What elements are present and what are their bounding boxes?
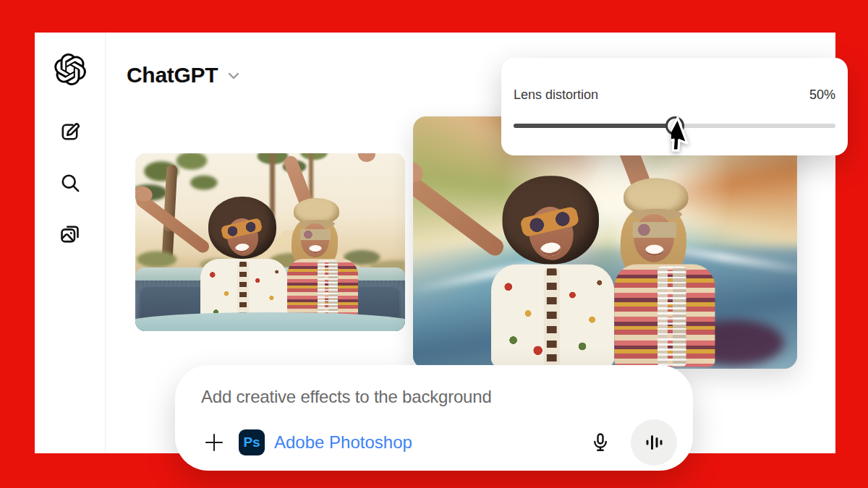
model-switcher[interactable]: ChatGPT (127, 56, 242, 94)
voice-mode-button[interactable] (631, 419, 677, 466)
mic-button[interactable] (586, 428, 615, 457)
search-button[interactable] (54, 166, 86, 198)
microphone-icon (590, 432, 611, 453)
sidebar (35, 33, 106, 453)
new-chat-button[interactable] (54, 116, 86, 147)
photoshop-icon: Ps (239, 429, 265, 455)
prompt-composer[interactable]: Add creative effects to the background P… (175, 365, 693, 471)
lens-distortion-label: Lens distortion (514, 87, 598, 103)
round-glasses-art (633, 222, 676, 237)
photoshop-label: Adobe Photoshop (274, 432, 412, 453)
figure-arm-art (413, 170, 507, 260)
figure-smile-art (309, 245, 322, 253)
figure-smile-art (645, 245, 664, 257)
openai-logo (54, 53, 86, 85)
round-glasses-art (300, 229, 331, 240)
photo-original-art (135, 153, 405, 331)
library-images-icon (59, 222, 81, 244)
page-title: ChatGPT (127, 63, 218, 87)
lens-distortion-value: 50% (809, 87, 835, 103)
photo-original (135, 153, 405, 331)
photoshop-chip[interactable]: Ps Adobe Photoshop (239, 429, 412, 455)
voice-waveform-icon (643, 432, 665, 453)
chevron-down-icon (225, 63, 242, 87)
cursor-pointer (671, 114, 713, 156)
library-button[interactable] (54, 217, 86, 249)
prompt-text[interactable]: Add creative effects to the background (201, 387, 677, 407)
car-bench-art (135, 312, 405, 331)
search-icon (59, 171, 81, 194)
plus-icon (203, 432, 225, 453)
new-chat-icon (59, 121, 81, 143)
blouse-placket-art (543, 268, 560, 367)
sequin-scarf-art (658, 266, 686, 367)
slider-fill (514, 124, 675, 128)
attach-button[interactable] (201, 429, 227, 455)
